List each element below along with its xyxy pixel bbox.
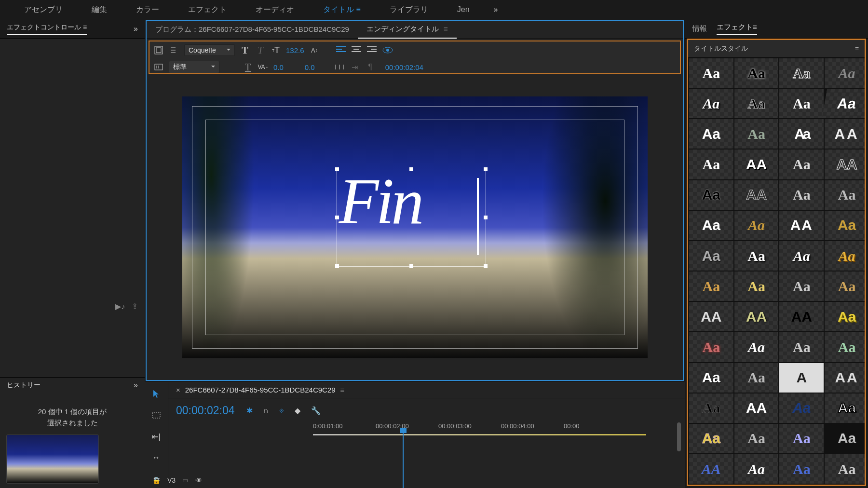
workspace-tab-jen[interactable]: Jen xyxy=(443,0,484,19)
title-style-swatch[interactable]: Aa xyxy=(734,241,779,271)
title-style-swatch[interactable]: AA xyxy=(734,393,779,423)
program-tab-title[interactable]: エンディングタイトル ≡ xyxy=(358,21,457,39)
title-style-swatch[interactable]: Aa xyxy=(734,363,779,393)
track-lock-icon[interactable]: 🔒 xyxy=(152,476,161,484)
resize-handle[interactable] xyxy=(335,264,339,268)
ripple-edit-tool[interactable]: ⇤| xyxy=(151,431,162,442)
title-style-swatch[interactable]: Aa xyxy=(689,393,733,423)
title-style-swatch[interactable]: Aa xyxy=(779,180,824,210)
resize-handle[interactable] xyxy=(335,167,339,171)
font-family-select[interactable]: Coquette xyxy=(184,44,235,56)
title-style-swatch[interactable]: Aa xyxy=(825,58,865,88)
font-size-value[interactable]: 132.6 xyxy=(286,46,304,54)
title-style-swatch[interactable]: Aa xyxy=(734,119,779,149)
title-style-swatch[interactable]: Aa xyxy=(779,119,824,149)
title-style-swatch[interactable]: Aa xyxy=(779,271,824,301)
title-style-swatch[interactable]: Aa xyxy=(825,241,865,271)
title-preview-canvas[interactable]: Fin xyxy=(182,96,648,358)
title-style-swatch[interactable]: Aa xyxy=(822,89,865,118)
time-ruler[interactable]: 0:00:01:00 00:00:02:00 00:00:03:00 00:00… xyxy=(313,422,670,434)
title-style-swatch[interactable]: Aa xyxy=(779,89,824,118)
resize-handle[interactable] xyxy=(484,216,488,219)
timeline-scrollbar[interactable] xyxy=(677,422,681,451)
title-style-swatch[interactable]: AA xyxy=(825,119,865,149)
italic-button[interactable]: T xyxy=(255,45,266,55)
track-visibility-icon[interactable]: 👁 xyxy=(195,476,202,484)
title-style-swatch[interactable]: Aa xyxy=(779,424,824,453)
title-style-swatch[interactable]: Aa xyxy=(689,241,733,271)
workspace-tab-audio[interactable]: オーディオ xyxy=(241,0,309,20)
info-tab[interactable]: 情報 xyxy=(692,24,707,33)
title-style-swatch[interactable]: Aa xyxy=(689,180,733,210)
title-style-swatch[interactable]: Aa xyxy=(689,211,733,240)
title-style-swatch[interactable]: Aa xyxy=(734,332,779,362)
title-style-swatch[interactable]: Aa xyxy=(779,332,824,362)
effect-controls-tab[interactable]: エフェクトコントロール ≡ xyxy=(7,23,87,35)
title-style-swatch[interactable]: Aa xyxy=(734,454,779,484)
align-left-button[interactable] xyxy=(336,46,347,54)
title-style-swatch[interactable]: AA xyxy=(689,454,733,484)
title-style-swatch[interactable]: AA xyxy=(779,211,824,240)
title-style-swatch[interactable]: Aa xyxy=(689,363,733,393)
font-weight-select[interactable]: 標準 xyxy=(169,61,219,73)
workspace-tab-editing[interactable]: 編集 xyxy=(77,0,122,20)
resize-handle[interactable] xyxy=(484,264,488,268)
title-style-swatch[interactable]: AA xyxy=(779,302,824,331)
title-style-swatch[interactable]: Aa xyxy=(825,393,865,423)
title-style-swatch[interactable]: Aa xyxy=(734,271,779,301)
close-sequence-button[interactable]: × xyxy=(176,386,180,394)
leading-value[interactable]: 0.0 xyxy=(305,63,315,71)
title-style-swatch[interactable]: Aa xyxy=(779,393,824,423)
tracking-value[interactable]: 0.0 xyxy=(273,63,284,71)
roll-crawl-icon[interactable] xyxy=(169,45,179,55)
resize-handle[interactable] xyxy=(484,167,488,171)
title-style-swatch[interactable]: AA xyxy=(825,363,865,393)
title-style-swatch[interactable]: A xyxy=(779,363,824,393)
title-style-swatch[interactable]: Aa xyxy=(825,180,865,210)
distribute-icon[interactable] xyxy=(334,62,345,72)
title-text-content[interactable]: Fin xyxy=(339,163,421,239)
magnet-icon[interactable]: ∩ xyxy=(263,406,269,415)
history-tab[interactable]: ヒストリー xyxy=(7,381,41,390)
workspace-overflow-button[interactable]: » xyxy=(494,5,498,14)
title-style-swatch[interactable]: Aa xyxy=(825,271,865,301)
share-icon[interactable]: ⇪ xyxy=(132,302,138,311)
title-style-swatch[interactable]: Aa xyxy=(825,302,865,331)
title-style-swatch[interactable]: Aa xyxy=(689,332,733,362)
workspace-tab-assembly[interactable]: アセンブリ xyxy=(10,0,77,20)
title-style-swatch[interactable]: Aa xyxy=(734,211,779,240)
title-style-swatch[interactable]: Aa xyxy=(734,58,779,88)
title-style-swatch[interactable]: Aa xyxy=(779,58,824,88)
resize-handle[interactable] xyxy=(409,264,413,268)
panel-overflow-button[interactable]: » xyxy=(134,381,138,390)
show-video-toggle[interactable] xyxy=(382,45,393,55)
wrench-icon[interactable]: 🔧 xyxy=(311,406,321,415)
track-select-tool[interactable] xyxy=(151,410,162,420)
playhead[interactable] xyxy=(403,431,404,488)
bold-button[interactable]: T xyxy=(240,45,250,55)
track-label[interactable]: V3 xyxy=(167,476,176,484)
title-style-swatch[interactable]: Aa xyxy=(689,424,733,453)
underline-button[interactable]: T xyxy=(243,62,253,72)
linked-selection-icon[interactable]: ⟐ xyxy=(279,406,284,415)
title-style-swatch[interactable]: AA xyxy=(689,302,733,331)
title-style-swatch[interactable]: Aa xyxy=(825,424,865,453)
sequence-name[interactable]: 26FC6607-27D8-4F65-95CC-1BDCB24C9C29 xyxy=(185,386,336,394)
program-tab-sequence[interactable]: プログラム：26FC6607-27D8-4F65-95CC-1BDCB24C9C… xyxy=(147,21,358,38)
align-right-button[interactable] xyxy=(367,46,378,54)
selection-tool[interactable] xyxy=(151,389,162,399)
align-center-button[interactable] xyxy=(352,46,362,54)
title-style-swatch[interactable]: Aa xyxy=(689,271,733,301)
tab-stops-icon[interactable] xyxy=(153,62,164,72)
panel-overflow-button[interactable]: » xyxy=(134,25,138,33)
title-style-swatch[interactable]: Aa xyxy=(689,89,733,118)
tab-right-icon[interactable]: ¶ xyxy=(365,62,376,72)
title-style-swatch[interactable]: Aa xyxy=(689,119,733,149)
workspace-tab-titles[interactable]: タイトル ≡ xyxy=(309,0,375,20)
title-style-swatch[interactable]: AA xyxy=(734,180,779,210)
workspace-tab-color[interactable]: カラー xyxy=(122,0,174,20)
title-style-swatch[interactable]: AA xyxy=(825,149,865,179)
effects-tab[interactable]: エフェクト≡ xyxy=(717,23,757,35)
title-style-swatch[interactable]: Aa xyxy=(689,58,733,88)
workspace-tab-effects[interactable]: エフェクト xyxy=(174,0,241,20)
